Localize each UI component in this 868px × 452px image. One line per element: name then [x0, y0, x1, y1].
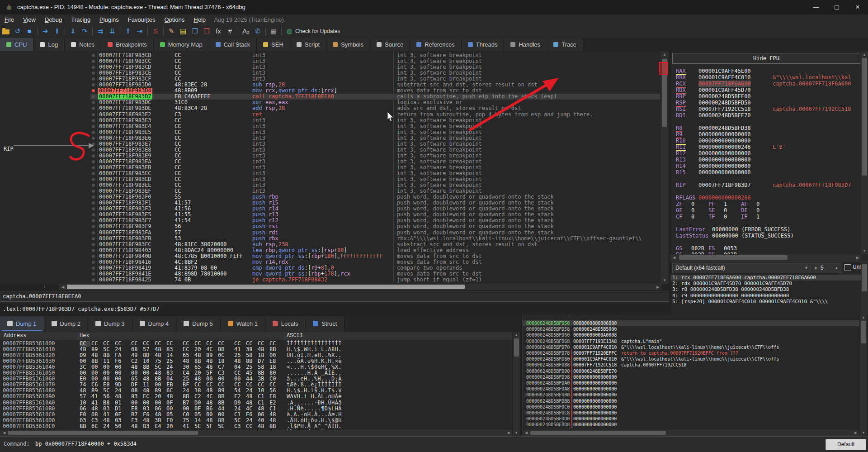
- scroll-left-icon[interactable]: ◀: [60, 285, 66, 290]
- scroll-right-icon[interactable]: ▶: [507, 431, 511, 435]
- dump-row[interactable]: 00007FFB853610500000000000004883C4205FC3…: [0, 370, 512, 376]
- menu-item-help[interactable]: Help: [189, 14, 210, 25]
- stack-row[interactable]: 000000248D5BFD8800007FF7192CC518captcha.…: [523, 362, 859, 368]
- menu-item-favourites[interactable]: Favourites: [123, 14, 160, 25]
- memory-map-icon[interactable]: ❐: [189, 26, 200, 36]
- stack-vscroll-thumb[interactable]: [861, 321, 866, 343]
- disasm-row[interactable]: 00007FF718F983CBCCint3int 3, software br…: [0, 52, 669, 58]
- register-row[interactable]: OF0SF0DF0: [670, 207, 868, 214]
- gutter-dot[interactable]: [92, 190, 95, 193]
- register-row[interactable]: RFLAGS0000000000000206: [670, 195, 868, 201]
- disasm-row[interactable]: 00007FF718F983DE48:83C4 28add rsp,28adds…: [0, 105, 669, 111]
- menu-item-tracing[interactable]: Tracing: [66, 14, 95, 25]
- tab-locals[interactable]: Locals: [265, 316, 306, 332]
- stack-row[interactable]: 000000248D5BFD70000001C9AFF4C010&"\\\\ws…: [523, 344, 859, 350]
- calc-fx-icon[interactable]: fx: [213, 26, 224, 36]
- dump-row[interactable]: 00007FFB853610A01041B8010000000FB7D0488B…: [0, 400, 512, 406]
- stack-row[interactable]: 000000248D5BFD6000000000000A0008: [523, 332, 859, 338]
- stack-row[interactable]: 000000248D5BFD6800007FF7193E13A8captcha.…: [523, 338, 859, 344]
- scroll-down-icon[interactable]: ▼: [513, 431, 519, 435]
- tab-notes[interactable]: Notes: [65, 38, 101, 51]
- register-row[interactable]: RIP00007FF718F983D7captcha.00007FF718F98…: [670, 182, 868, 188]
- gutter-dot[interactable]: [92, 83, 95, 86]
- command-input[interactable]: bp 0x00007FF718F40000 + 0x583d4: [35, 441, 137, 447]
- command-profile-dropdown[interactable]: Default: [826, 439, 866, 450]
- scroll-down-icon[interactable]: ▼: [860, 431, 867, 435]
- gutter-dot[interactable]: [92, 54, 95, 57]
- hide-fpu-button[interactable]: Hide FPU: [672, 53, 860, 64]
- gutter-dot[interactable]: [92, 225, 95, 228]
- disasm-row[interactable]: 00007FF718F983F541:55push r13push word, …: [0, 212, 669, 218]
- scroll-left-icon[interactable]: ◀: [523, 431, 529, 435]
- stack-pane[interactable]: 000000248D5BFD50000000000000600000000024…: [522, 314, 859, 436]
- breakpoint-dot[interactable]: [92, 89, 95, 92]
- register-row[interactable]: R110000000000000246L'Ɇ': [670, 144, 868, 150]
- dump-pane[interactable]: Address Hex ASCII 00007FFB85361000CCCCCC…: [0, 332, 512, 436]
- disasm-row[interactable]: 00007FF718F983F141:57push r15push word, …: [0, 200, 669, 206]
- check-for-updates-label[interactable]: Check for Updates: [295, 25, 340, 37]
- disasm-row[interactable]: 00007FF718F983CCCCint3int 3, software br…: [0, 58, 669, 64]
- dump-row[interactable]: 00007FFB8536108048895C240848896C24184889…: [0, 388, 512, 394]
- disasm-row[interactable]: 00007FF718F983D7E8 C46AFFFFcall captcha.…: [0, 94, 669, 100]
- register-row[interactable]: RAX000001C9AFF45E00: [670, 68, 868, 74]
- gutter-dot[interactable]: [92, 137, 95, 140]
- disasm-row[interactable]: 00007FF718F983CFCCint3int 3, software br…: [0, 76, 669, 82]
- menu-item-plugins[interactable]: Plugins: [95, 14, 123, 25]
- disasm-row[interactable]: 00007FF718F983E6CCint3int 3, software br…: [0, 135, 669, 141]
- dump-row[interactable]: 00007FFB85361020D9488BFA498D48146548890C…: [0, 352, 512, 358]
- tab-cpu[interactable]: CPU: [0, 38, 33, 51]
- scroll-left-icon[interactable]: ◀: [671, 256, 677, 260]
- dump-row[interactable]: 00007FFB85361000CCCCCCCCCCCCCCCCCCCCCCCC…: [0, 341, 512, 347]
- updates-icon[interactable]: ◍: [284, 26, 295, 36]
- stack-row[interactable]: 000000248D5BFDC80000000000000000: [523, 410, 859, 416]
- registers-hscrollbar[interactable]: ◀ ▶: [670, 254, 861, 261]
- dump-vscroll-thumb[interactable]: [514, 338, 519, 357]
- pause-icon[interactable]: ‖: [52, 26, 62, 36]
- argument-row[interactable]: 4: r9 0000000000000000 0000000000000000: [670, 293, 864, 299]
- menu-item-options[interactable]: Options: [160, 14, 189, 25]
- gutter-dot[interactable]: [92, 131, 95, 134]
- disasm-row[interactable]: 00007FF718F983EACCint3int 3, software br…: [0, 159, 669, 165]
- stack-hscroll-thumb[interactable]: [530, 431, 666, 435]
- restart-icon[interactable]: ↺: [12, 26, 23, 36]
- stack-row[interactable]: 000000248D5BFD980000000000000000: [523, 374, 859, 380]
- calculator-icon[interactable]: ▦: [268, 26, 279, 36]
- scroll-up-icon[interactable]: ▲: [861, 52, 868, 57]
- spinner-down-icon[interactable]: ▼: [814, 266, 818, 271]
- disasm-row[interactable]: 00007FF718F983E9CCint3int 3, software br…: [0, 153, 669, 159]
- register-row[interactable]: RDI000000248D5BFE70: [670, 112, 868, 119]
- disassembly-pane[interactable]: 00007FF718F983CBCCint3int 3, software br…: [0, 52, 669, 284]
- patches-icon[interactable]: ❐: [201, 26, 212, 36]
- scroll-right-icon[interactable]: ▶: [854, 431, 858, 435]
- disasm-row[interactable]: 00007FF718F984164C:8BF2mov r14,rdxmoves …: [0, 259, 669, 265]
- scroll-right-icon[interactable]: ▶: [656, 285, 660, 290]
- assemble-icon[interactable]: ✎: [166, 26, 177, 36]
- disasm-row[interactable]: 00007FF718F983E7CCint3int 3, software br…: [0, 141, 669, 147]
- gutter-dot[interactable]: [92, 219, 95, 222]
- tab-watch-1[interactable]: Watch 1: [221, 316, 265, 332]
- gutter-dot[interactable]: [92, 201, 95, 205]
- register-row[interactable]: RCX00007FF718F6A600captcha.00007FF718F6A…: [670, 81, 868, 87]
- dump-row[interactable]: 00007FFB853610B0064803D1E8030600000FB644…: [0, 406, 512, 412]
- tab-trace[interactable]: Trace: [547, 38, 583, 51]
- stack-row[interactable]: 000000248D5BFDA80000000000000000: [523, 386, 859, 392]
- tab-seh[interactable]: SEH: [257, 38, 290, 51]
- tab-source[interactable]: Source: [370, 38, 410, 51]
- tab-dump-4[interactable]: Dump 4: [132, 316, 177, 332]
- disasm-row[interactable]: 00007FF718F983EECCint3int 3, software br…: [0, 182, 669, 188]
- gutter-dot[interactable]: [92, 160, 95, 163]
- disasm-row[interactable]: 00007FF718F983EFCCint3int 3, software br…: [0, 188, 669, 194]
- disasm-row[interactable]: 00007FF718F983EBCCint3int 3, software br…: [0, 165, 669, 171]
- register-row[interactable]: R150000000000000000: [670, 169, 868, 176]
- disasm-row[interactable]: 00007FF718F983E3CCint3int 3, software br…: [0, 118, 669, 124]
- stack-row[interactable]: 000000248D5BFDB80000000000000000: [523, 398, 859, 404]
- disasm-row[interactable]: 00007FF718F983F956push rsipush word, dou…: [0, 224, 669, 229]
- register-row[interactable]: RBX000001C9AFF4C010&"\\\\wsl.localhost\\…: [670, 74, 868, 81]
- gutter-dot[interactable]: [92, 148, 95, 152]
- calling-convention-dropdown[interactable]: Default (x64 fastcall) ▼: [672, 263, 811, 273]
- title-bar[interactable]: captcha.exe - PID: 14948 - Module: captc…: [0, 0, 868, 15]
- gutter-dot[interactable]: [92, 261, 95, 264]
- disasm-row[interactable]: 00007FF718F983F741:54push r12push word, …: [0, 218, 669, 224]
- disasm-vscrollbar[interactable]: ▲ ▼: [661, 52, 668, 284]
- stack-row[interactable]: 000000248D5BFD7800007FF71920EFFCreturn t…: [523, 350, 859, 356]
